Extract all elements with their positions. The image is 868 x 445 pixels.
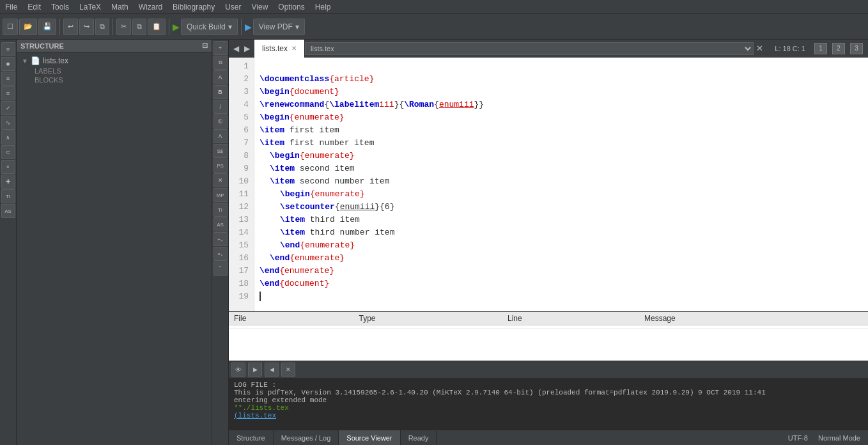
bottom-tabs: Structure Messages / Log Source Viewer R… <box>229 430 868 445</box>
tab-ready[interactable]: Ready <box>401 430 437 446</box>
toolbar-sep-4 <box>241 19 242 35</box>
cut-button[interactable]: ✂ <box>116 19 131 35</box>
tab-messages-log[interactable]: Messages / Log <box>274 430 339 446</box>
tab-structure[interactable]: Structure <box>229 430 274 446</box>
left-icon-as[interactable]: AS <box>1 204 15 218</box>
log-x-btn[interactable]: ✕ <box>281 363 295 377</box>
message-table: File Type Line Message <box>229 312 868 361</box>
tab-line-info: ✕ L: 18 C: 1 1 2 3 <box>754 43 868 54</box>
menu-bibliography[interactable]: Bibliography <box>167 1 220 13</box>
mid-btn-as[interactable]: AS <box>213 217 228 231</box>
left-icon-6[interactable]: ∿ <box>1 116 15 130</box>
tab-close-icon[interactable]: ✕ <box>291 45 297 52</box>
tab-btn-1[interactable]: 1 <box>814 43 827 54</box>
tab-close-button[interactable]: ✕ <box>754 43 766 53</box>
log-eye-btn[interactable]: 👁 <box>231 363 245 377</box>
mid-btn-ref[interactable]: ⧉ <box>213 56 228 70</box>
tab-filename: lists.tex <box>262 44 288 53</box>
menu-tools[interactable]: Tools <box>46 1 74 13</box>
copy2-button[interactable]: ⧉ <box>95 19 109 35</box>
log-next-btn[interactable]: ▶ <box>248 363 262 377</box>
copy-button[interactable]: ⧉ <box>132 19 146 35</box>
col-file: File <box>229 312 354 325</box>
col-message: Message <box>639 312 868 325</box>
tab-prev-button[interactable]: ◀ <box>231 43 241 54</box>
left-icon-4[interactable]: ≡ <box>1 86 15 100</box>
tab-next-button[interactable]: ▶ <box>242 43 252 54</box>
structure-title: STRUCTURE <box>20 42 64 50</box>
tree-filename: lists.tex <box>43 56 68 65</box>
tree-blocks-item[interactable]: BLOCKS <box>32 75 209 84</box>
code-area[interactable]: \documentclass{article} \begin{document}… <box>254 58 868 311</box>
mid-btn-i[interactable]: i <box>213 100 228 114</box>
menu-wizard[interactable]: Wizard <box>134 1 167 13</box>
left-icon-10[interactable]: ✚ <box>1 175 15 189</box>
mid-btn-dollar[interactable]: $$ <box>213 144 228 158</box>
mid-btn-down[interactable]: ˅ <box>213 262 228 276</box>
mid-btn-lambda[interactable]: Λ <box>213 129 228 143</box>
log-line-1: This is pdfTeX, Version 3.14159265-2.6-1… <box>234 389 863 396</box>
log-label: LOG FILE : <box>234 381 863 389</box>
editor-tab-lists[interactable]: lists.tex ✕ <box>254 40 305 58</box>
left-icon-2[interactable]: ■ <box>1 57 15 71</box>
quick-build-button[interactable]: Quick Build ▾ <box>181 19 238 35</box>
structure-collapse-icon[interactable]: ⊡ <box>202 42 208 50</box>
tab-btn-3[interactable]: 3 <box>850 43 863 54</box>
left-icon-1[interactable]: ≡ <box>1 42 15 56</box>
toolbar: ☐ 📂 💾 ↩ ↪ ⧉ ✂ ⧉ 📋 ▶ Quick Build ▾ ▶ View… <box>0 14 868 40</box>
mid-btn-b[interactable]: B <box>213 85 228 99</box>
log-prev-btn[interactable]: ◀ <box>265 363 279 377</box>
redo-button[interactable]: ↪ <box>79 19 94 35</box>
mid-btn-c[interactable]: © <box>213 114 228 129</box>
mid-sidebar: + ⧉ A B i © Λ $$ PS ✕ MP TI AS +ₓ ×ₓ ˅ <box>212 40 229 445</box>
tab-dropdown[interactable]: lists.tex <box>305 42 754 55</box>
left-icon-7[interactable]: ∧ <box>1 130 15 144</box>
left-icon-8[interactable]: ⊂ <box>1 145 15 159</box>
menu-view[interactable]: View <box>247 1 274 13</box>
file-icon: 📄 <box>31 56 40 65</box>
encoding-info: UTF-8 <box>788 434 808 442</box>
save-button[interactable]: 💾 <box>38 19 56 35</box>
menu-help[interactable]: Help <box>310 1 336 13</box>
left-icon-5[interactable]: ✓ <box>1 101 15 115</box>
menu-options[interactable]: Options <box>273 1 309 13</box>
left-icon-ti[interactable]: TI <box>1 189 15 203</box>
tab-btn-2[interactable]: 2 <box>832 43 845 54</box>
view-pdf-dropdown-icon[interactable]: ▾ <box>295 22 299 31</box>
mid-btn-add[interactable]: + <box>213 41 228 55</box>
menu-latex[interactable]: LaTeX <box>74 1 106 13</box>
mid-btn-mp[interactable]: MP <box>213 188 228 202</box>
col-type: Type <box>354 312 502 325</box>
menu-file[interactable]: File <box>0 1 22 13</box>
mid-btn-ti[interactable]: TI <box>213 203 228 217</box>
menu-user[interactable]: User <box>220 1 246 13</box>
open-button[interactable]: 📂 <box>19 19 37 35</box>
mid-btn-x[interactable]: ✕ <box>213 173 228 187</box>
mid-btn-xx[interactable]: ×ₓ <box>213 247 228 261</box>
log-line-2: entering extended mode <box>234 396 863 404</box>
mid-btn-addx[interactable]: +ₓ <box>213 232 228 246</box>
col-line: Line <box>502 312 639 325</box>
quick-build-label: Quick Build <box>187 22 226 31</box>
left-icon-9[interactable]: × <box>1 160 15 174</box>
line-numbers: 12345 678910 1112131415 16171819 <box>229 58 254 311</box>
menu-math[interactable]: Math <box>106 1 134 13</box>
tree-labels-item[interactable]: LABELS <box>32 66 209 75</box>
editor-content[interactable]: 12345 678910 1112131415 16171819 \docume… <box>229 58 868 311</box>
structure-tree: ▼ 📄 lists.tex LABELS BLOCKS <box>17 52 212 445</box>
tree-file-item[interactable]: ▼ 📄 lists.tex <box>19 55 209 66</box>
main-container: ≡ ■ ≡ ≡ ✓ ∿ ∧ ⊂ × ✚ TI AS STRUCTURE ⊡ ▼ … <box>0 40 868 445</box>
view-pdf-button[interactable]: View PDF ▾ <box>253 19 305 35</box>
new-button[interactable]: ☐ <box>3 19 18 35</box>
mid-btn-a[interactable]: A <box>213 70 228 84</box>
left-icon-3[interactable]: ≡ <box>1 72 15 86</box>
tab-source-viewer[interactable]: Source Viewer <box>339 430 400 446</box>
quick-build-dropdown-icon[interactable]: ▾ <box>228 22 232 31</box>
mode-info: Normal Mode <box>818 434 860 442</box>
paste-button[interactable]: 📋 <box>148 19 166 35</box>
editor-tab-bar: ◀ ▶ lists.tex ✕ lists.tex ✕ L: 18 C: 1 1… <box>229 40 868 58</box>
menu-edit[interactable]: Edit <box>22 1 46 13</box>
undo-button[interactable]: ↩ <box>63 19 78 35</box>
mid-btn-ps[interactable]: PS <box>213 159 228 173</box>
log-line-4[interactable]: (lists.tex <box>234 412 863 419</box>
